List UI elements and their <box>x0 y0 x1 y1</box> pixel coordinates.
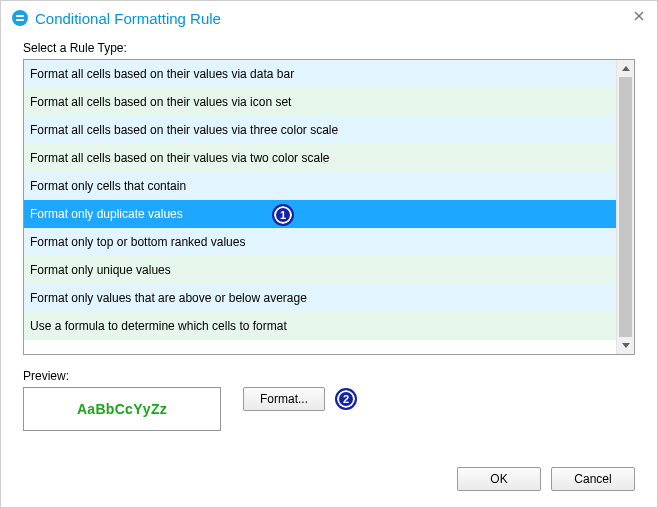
title-bar: Conditional Formatting Rule <box>1 1 657 35</box>
rule-type-item-label: Format only duplicate values <box>30 207 183 221</box>
rule-type-item-label: Format all cells based on their values v… <box>30 95 291 109</box>
rule-type-item[interactable]: Format all cells based on their values v… <box>24 116 616 144</box>
rule-type-item-label: Format all cells based on their values v… <box>30 67 294 81</box>
scroll-track[interactable] <box>617 77 634 337</box>
callout-marker-1: 1 <box>272 204 294 226</box>
rule-type-listbox: Format all cells based on their values v… <box>23 59 635 355</box>
preview-label: Preview: <box>23 369 635 383</box>
rule-type-item-label: Format all cells based on their values v… <box>30 151 329 165</box>
rule-type-item-label: Format all cells based on their values v… <box>30 123 338 137</box>
ok-button[interactable]: OK <box>457 467 541 491</box>
svg-marker-5 <box>622 66 630 71</box>
callout-marker-2: 2 <box>335 388 357 410</box>
listbox-scrollbar[interactable] <box>616 60 634 354</box>
preview-box: AaBbCcYyZz <box>23 387 221 431</box>
rule-type-item[interactable]: Format only values that are above or bel… <box>24 284 616 312</box>
rule-type-item[interactable]: Format all cells based on their values v… <box>24 144 616 172</box>
svg-rect-2 <box>16 19 24 21</box>
svg-marker-6 <box>622 343 630 348</box>
rule-type-item-label: Format only cells that contain <box>30 179 186 193</box>
rule-type-item[interactable]: Format only top or bottom ranked values <box>24 228 616 256</box>
close-button[interactable] <box>625 5 653 27</box>
dialog-body: Select a Rule Type: Format all cells bas… <box>1 35 657 441</box>
rule-type-item-label: Format only values that are above or bel… <box>30 291 307 305</box>
cancel-button[interactable]: Cancel <box>551 467 635 491</box>
rule-type-list[interactable]: Format all cells based on their values v… <box>24 60 616 354</box>
rule-type-item[interactable]: Format all cells based on their values v… <box>24 88 616 116</box>
preview-sample-text: AaBbCcYyZz <box>77 401 167 417</box>
dialog-footer: OK Cancel <box>457 467 635 491</box>
svg-point-0 <box>12 10 28 26</box>
rule-type-item-label: Use a formula to determine which cells t… <box>30 319 287 333</box>
rule-type-item[interactable]: Use a formula to determine which cells t… <box>24 312 616 340</box>
svg-rect-1 <box>16 15 24 17</box>
rule-type-item-label: Format only unique values <box>30 263 171 277</box>
dialog-window: Conditional Formatting Rule Select a Rul… <box>0 0 658 508</box>
rule-type-item[interactable]: Format only unique values <box>24 256 616 284</box>
format-area: Format... 2 <box>243 387 357 411</box>
rule-type-item[interactable]: Format only cells that contain <box>24 172 616 200</box>
rule-type-item-label: Format only top or bottom ranked values <box>30 235 245 249</box>
rule-type-label: Select a Rule Type: <box>23 41 635 55</box>
scroll-up-icon[interactable] <box>617 60 634 77</box>
scroll-down-icon[interactable] <box>617 337 634 354</box>
preview-row: AaBbCcYyZz Format... 2 <box>23 387 635 431</box>
app-icon <box>11 9 29 27</box>
rule-type-item-selected[interactable]: Format only duplicate values 1 <box>24 200 616 228</box>
rule-type-item[interactable]: Format all cells based on their values v… <box>24 60 616 88</box>
dialog-title: Conditional Formatting Rule <box>35 10 221 27</box>
format-button[interactable]: Format... <box>243 387 325 411</box>
scroll-thumb[interactable] <box>619 77 632 337</box>
